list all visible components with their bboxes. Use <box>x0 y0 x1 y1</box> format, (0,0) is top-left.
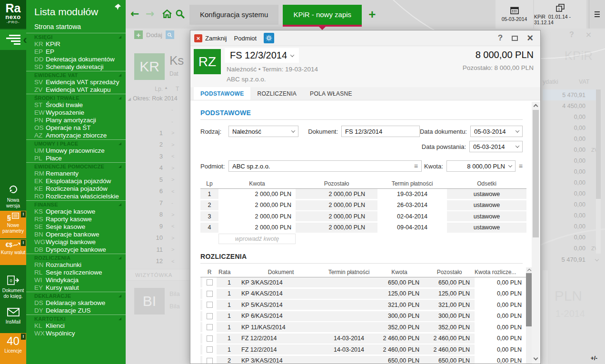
kwota-rozliczenia-cell[interactable]: 0,00 PLN <box>475 300 526 310</box>
sidebar-item[interactable]: SVEwidencja VAT sprzedaży <box>26 79 126 86</box>
data-dokumentu-select[interactable]: 05-03-2014 <box>470 126 523 137</box>
close-document-button[interactable]: × Zamknij <box>194 34 227 42</box>
podmiot-menu-button[interactable]: Podmiot <box>234 35 257 42</box>
col-header-kwota[interactable]: Kwota <box>375 269 424 275</box>
sidebar-item[interactable]: KRKPiR <box>26 40 126 48</box>
back-button[interactable]: ← <box>130 8 139 20</box>
sidebar-item[interactable]: PLPłace <box>26 155 126 162</box>
col-header-r[interactable]: R <box>200 269 218 275</box>
sidebar-item[interactable]: DSDeklaracje skarbowe <box>26 299 126 307</box>
dokument-input[interactable] <box>341 126 420 137</box>
checkbox-cell[interactable] <box>202 300 217 310</box>
col-header-odsetki[interactable]: Odsetki <box>447 180 526 187</box>
kwota-rozliczenia-cell[interactable]: 0,00 PLN <box>475 277 526 287</box>
col-header-rata[interactable]: Rata <box>218 269 238 275</box>
kwota-rozliczenia-cell[interactable]: 0,00 PLN <box>475 289 526 299</box>
tab-podstawowe[interactable]: PODSTAWOWE <box>194 87 250 100</box>
kwota-rozliczenia-cell[interactable]: 0,00 PLN <box>475 356 526 364</box>
rail-item-kursy-walut[interactable]: ! €$ Kursy walut <box>0 239 26 265</box>
settlement-row[interactable]: 1 KP 11/KAS/2014 352,00 PLN 352,00 PLN 0… <box>200 322 532 332</box>
sidebar-item[interactable]: WGWyciągi bankowe <box>26 238 126 246</box>
sidebar-item[interactable]: SESesje kasowe <box>26 223 126 231</box>
rail-item-nowa-wersja[interactable]: Nowa wersja <box>0 182 26 210</box>
settlement-checkbox[interactable] <box>207 358 213 364</box>
scroll-down-icon[interactable] <box>534 356 538 361</box>
sidebar-item[interactable]: AZAmortyzacje zbiorcze <box>26 132 126 139</box>
scrollbar-thumb[interactable] <box>533 110 539 237</box>
window-close-button[interactable]: × <box>527 34 533 42</box>
sidebar-item[interactable]: RSRaporty kasowe <box>26 216 126 223</box>
col-header-pozostalo[interactable]: Pozostało <box>296 180 377 187</box>
col-header-pozostalo[interactable]: Pozostało <box>424 269 475 275</box>
options-icon[interactable]: ≡ <box>414 162 418 170</box>
col-header-lp[interactable]: Lp <box>200 180 218 187</box>
settlement-checkbox[interactable] <box>207 346 213 353</box>
sidebar-item[interactable]: ZVEwidencja VAT zakupu <box>26 86 126 94</box>
checkbox-cell[interactable] <box>202 311 217 321</box>
installment-row[interactable]: 3 2 000,00 PLN 2 000,00 PLN 02-04-2014 u… <box>200 211 526 221</box>
checkbox-cell[interactable] <box>202 289 217 299</box>
kwota-rozliczenia-cell[interactable]: 0,00 PLN <box>475 334 526 344</box>
settlement-row[interactable]: 2 KP 3/KAS/2014 650,00 PLN 650,00 PLN 0,… <box>200 356 532 364</box>
settlement-row[interactable]: 1 KP 4/KAS/2014 125,00 PLN 125,00 PLN 0,… <box>200 289 532 299</box>
settlement-checkbox[interactable] <box>207 324 213 330</box>
sidebar-item[interactable]: WIWindykacja <box>26 276 126 284</box>
sidebar-item[interactable]: STŚrodki trwałe <box>26 101 126 109</box>
sidebar-item[interactable]: DDDekretacja dokumentów <box>26 56 126 63</box>
sidebar-item[interactable]: RMRemanenty <box>26 170 126 177</box>
rail-item-insmail[interactable]: InsMail <box>0 306 26 327</box>
options-icon[interactable]: ≡ <box>519 162 523 170</box>
termin-cell[interactable]: 02-04-2014 <box>377 211 447 221</box>
sidebar-item[interactable]: DYDeklaracje ZUS <box>26 307 126 315</box>
sidebar-item[interactable]: PNPlany amortyzacji <box>26 117 126 124</box>
sidebar-section-header[interactable]: EWIDENCJE VAT <box>26 72 126 79</box>
sidebar-item[interactable]: OSOperacje na ŚT <box>26 124 126 132</box>
sidebar-item[interactable]: BNOperacje bankowe <box>26 231 126 238</box>
col-header-termin[interactable]: Termin płatności <box>377 180 447 187</box>
installment-row[interactable]: 4 2 000,00 PLN 2 000,00 PLN 09-04-2014 u… <box>200 223 526 233</box>
termin-cell[interactable]: 26-03-2014 <box>377 200 447 210</box>
maximize-button[interactable] <box>512 36 518 41</box>
sidebar-item[interactable]: KERozliczenia pojazdów <box>26 185 126 193</box>
settings-gear-icon[interactable] <box>264 33 274 43</box>
checkbox-cell[interactable] <box>202 277 217 287</box>
rodzaj-select[interactable]: Należność <box>228 126 298 137</box>
sidebar-item[interactable]: WXWspólnicy <box>26 330 126 337</box>
sidebar-section-header[interactable]: KARTOTEKI <box>26 315 126 322</box>
sidebar-section-header[interactable]: ŚRODKI TRWAŁE <box>26 95 126 101</box>
settlement-checkbox[interactable] <box>207 302 213 308</box>
sidebar-item[interactable]: EYKursy walut <box>26 284 126 292</box>
app-logo[interactable]: Ra nexo -PRO- <box>0 0 26 29</box>
period-selector[interactable]: 1 KPiR 01.01.14 - 31.12.14 <box>534 0 586 29</box>
sidebar-section-header[interactable]: DEKLARACJE <box>26 293 126 299</box>
settlement-row[interactable]: 1 KP 6/KAS/2014 300,00 PLN 300,00 PLN 0,… <box>200 311 532 321</box>
termin-cell[interactable]: 19-03-2014 <box>377 189 447 199</box>
sidebar-item[interactable]: DBDyspozycje bankowe <box>26 246 126 254</box>
settlement-row[interactable]: 1 FZ 12/2/2014 14-03-2014 2 460,00 PLN 2… <box>200 334 532 344</box>
sidebar-item[interactable]: RNRozrachunki <box>26 261 126 269</box>
kwota-rozliczenia-cell[interactable]: 0,00 PLN <box>475 311 526 321</box>
kwota-cell[interactable]: 2 000,00 PLN <box>218 211 296 221</box>
settlement-checkbox[interactable] <box>207 291 213 297</box>
settlement-checkbox[interactable] <box>207 279 213 285</box>
home-button[interactable] <box>162 9 172 19</box>
module-list-button[interactable]: ‹ <box>0 30 26 50</box>
sidebar-item[interactable]: KLKlienci <box>26 322 126 330</box>
sidebar-item[interactable]: EPEP <box>26 48 126 56</box>
settlement-row[interactable]: 1 KP 3/KAS/2014 650,00 PLN 650,00 PLN 0,… <box>200 277 532 287</box>
col-header-kwota[interactable]: Kwota <box>218 180 296 187</box>
sidebar-item[interactable]: SDSchematy dekretacji <box>26 63 126 71</box>
kwota-select[interactable]: 8 000,00 PLN <box>446 160 516 172</box>
scroll-up-icon[interactable] <box>534 104 538 109</box>
sidebar-section-header[interactable]: KSIĘGI <box>26 34 126 40</box>
kwota-rozliczenia-cell[interactable]: 0,00 PLN <box>475 344 526 354</box>
forward-button[interactable]: → <box>146 8 154 20</box>
menu-button[interactable] <box>589 0 605 29</box>
installment-row[interactable]: 1 2 000,00 PLN 2 000,00 PLN 19-03-2014 u… <box>200 189 526 199</box>
kwota-rozliczenia-cell[interactable]: 0,00 PLN <box>475 322 526 332</box>
checkbox-cell[interactable] <box>202 344 217 354</box>
rail-item-licencje[interactable]: ! 40 Licencje <box>0 333 26 364</box>
settlement-row[interactable]: 1 KP 5/KAS/2014 321,00 PLN 321,00 PLN 0,… <box>200 300 532 310</box>
sidebar-item[interactable]: KSOperacje kasowe <box>26 208 126 216</box>
rail-item-dokument-do-ksieg[interactable]: 0 Dokument do księg. <box>0 274 26 301</box>
